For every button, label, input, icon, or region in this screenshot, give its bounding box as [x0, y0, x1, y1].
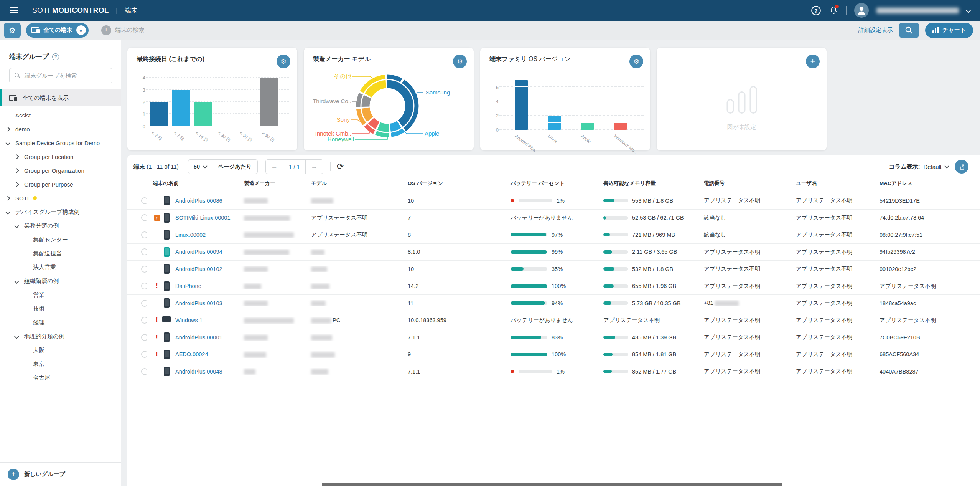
all-devices-filter-chip[interactable]: 全ての端末 « [26, 23, 89, 38]
tree-item-経理[interactable]: 経理 [0, 316, 121, 329]
page-size-select[interactable]: 50 [188, 160, 212, 174]
user-avatar[interactable] [854, 3, 869, 18]
down-chevron-icon[interactable] [5, 210, 10, 215]
row-checkbox[interactable] [141, 197, 147, 204]
bar-Linux[interactable] [548, 116, 561, 130]
down-chevron-icon[interactable] [14, 223, 19, 228]
device-name-link[interactable]: AEDO.00024 [175, 351, 208, 357]
prev-page-button[interactable]: ← [266, 160, 283, 174]
column-header-OS バージョン[interactable]: OS バージョン [402, 180, 505, 187]
column-header-ユーザ名[interactable]: ユーザ名 [791, 180, 874, 187]
table-row[interactable]: AndroidPlus 000487.1.11%852 MB / 1.77 GB… [127, 363, 980, 380]
column-header-モデル[interactable]: モデル [306, 180, 402, 187]
device-name-link[interactable]: AndroidPlus 00094 [175, 249, 222, 255]
device-name-link[interactable]: AndroidPlus 00086 [175, 198, 222, 204]
tree-item-業務分類の例[interactable]: 業務分類の例 [0, 219, 121, 233]
card-settings-gear-icon[interactable]: ⚙ [629, 55, 643, 68]
column-header-端末の名前[interactable]: 端末の名前 [147, 180, 239, 187]
table-row[interactable]: AndroidPlus 001031194%5.73 GB / 10.35 GB… [127, 295, 980, 312]
group-search-input[interactable]: 端末グループを検索 [9, 68, 112, 83]
right-chevron-icon[interactable] [5, 127, 10, 132]
device-name-link[interactable]: Windows 1 [175, 317, 203, 323]
manufacturer-donut-chart[interactable]: SamsungAppleHoneywellInnotek Gmb..SonyTh… [304, 48, 474, 150]
row-checkbox[interactable] [141, 266, 147, 273]
right-chevron-icon[interactable] [14, 182, 19, 187]
tree-item-Group per Location[interactable]: Group per Location [0, 150, 121, 164]
table-row[interactable]: ↑SOTIMiki-Linux.00001アプリステータス不明7バッテリーがあり… [127, 210, 980, 227]
notifications-bell-icon[interactable] [829, 6, 838, 15]
tree-item-名古屋[interactable]: 名古屋 [0, 371, 121, 385]
table-row[interactable]: !Da iPhone14.2100%655 MB / 1.96 GBアプリステー… [127, 278, 980, 295]
right-chevron-icon[interactable] [14, 168, 19, 173]
tree-item-地理的分類の例[interactable]: 地理的分類の例 [0, 329, 121, 343]
row-checkbox[interactable] [141, 368, 147, 375]
export-icon[interactable] [955, 160, 968, 174]
down-chevron-icon[interactable] [5, 141, 10, 145]
row-checkbox[interactable] [141, 283, 147, 289]
horizontal-scrollbar[interactable] [322, 483, 782, 486]
filter-chip-collapse-icon[interactable]: « [76, 25, 86, 35]
tree-item-集配センター[interactable]: 集配センター [0, 233, 121, 246]
column-header-製造メーカー[interactable]: 製造メーカー [239, 180, 306, 187]
column-header-MACアドレス[interactable]: MACアドレス [874, 180, 980, 187]
bar-< 2 日[interactable] [150, 102, 168, 127]
row-checkbox[interactable] [141, 214, 147, 221]
add-group-plus-icon[interactable]: + [8, 469, 19, 480]
tree-item-技術[interactable]: 技術 [0, 302, 121, 316]
down-chevron-icon[interactable] [14, 334, 19, 339]
column-header-電話番号[interactable]: 電話番号 [698, 180, 791, 187]
bar-Android Plus[interactable] [515, 80, 528, 130]
table-row[interactable]: !AndroidPlus 000017.1.183%435 MB / 1.39 … [127, 329, 980, 346]
tree-item-Assist[interactable]: Assist [0, 108, 121, 122]
table-row[interactable]: AndroidPlus 000948.1.099%2.11 GB / 3.65 … [127, 244, 980, 261]
table-row[interactable]: Linux.00002アプリステータス不明897%721 MB / 969 MB… [127, 226, 980, 244]
help-icon[interactable]: ? [811, 5, 821, 16]
device-name-link[interactable]: Linux.00002 [175, 232, 206, 238]
tree-item-SOTI[interactable]: SOTI [0, 191, 121, 205]
search-button[interactable] [899, 23, 919, 38]
tree-item-Sample Device Groups for Demo[interactable]: Sample Device Groups for Demo [0, 136, 121, 150]
row-checkbox[interactable] [141, 317, 147, 324]
column-header-書込可能なメモリ容量[interactable]: 書込可能なメモリ容量 [598, 180, 698, 187]
next-page-button[interactable]: → [306, 160, 323, 174]
table-row[interactable]: !AEDO.000249100%854 MB / 1.81 GBアプリステータス… [127, 346, 980, 364]
tree-item-デバイスグループ構成例[interactable]: デバイスグループ構成例 [0, 205, 121, 219]
device-name-link[interactable]: SOTIMiki-Linux.00001 [175, 215, 230, 221]
table-row[interactable]: AndroidPlus 001021035%532 MB / 1.8 GBアプリ… [127, 261, 980, 278]
sidebar-item-all-devices[interactable]: 全ての端末を表示 [0, 89, 121, 106]
tree-item-Group per Organization[interactable]: Group per Organization [0, 164, 121, 177]
device-name-link[interactable]: AndroidPlus 00103 [175, 300, 222, 306]
tree-item-組織階層の例[interactable]: 組織階層の例 [0, 274, 121, 288]
device-name-link[interactable]: AndroidPlus 00102 [175, 266, 222, 272]
device-name-link[interactable]: AndroidPlus 00048 [175, 369, 222, 375]
add-search-criteria-icon[interactable]: + [101, 25, 111, 35]
row-checkbox[interactable] [141, 231, 147, 238]
table-row[interactable]: !Windows 1 PC10.0.18363.959バッテリーがありませんアプ… [127, 312, 980, 329]
bar-< 7 日[interactable] [172, 90, 190, 126]
row-checkbox[interactable] [141, 351, 147, 358]
bar-Apple[interactable] [581, 123, 594, 130]
refresh-icon[interactable]: ⟳ [337, 162, 344, 171]
add-chart-plus-icon[interactable]: + [806, 55, 820, 68]
sidebar-help-icon[interactable]: ? [52, 53, 59, 60]
new-group-button[interactable]: 新しいグループ [24, 471, 65, 478]
tree-item-東京[interactable]: 東京 [0, 357, 121, 371]
down-chevron-icon[interactable] [14, 279, 19, 284]
device-search-input[interactable]: 端末の検索 [115, 26, 144, 34]
row-checkbox[interactable] [141, 248, 147, 255]
column-header-バッテリー パーセント[interactable]: バッテリー パーセント [505, 180, 598, 187]
tree-item-集配送担当[interactable]: 集配送担当 [0, 246, 121, 260]
tree-item-大阪[interactable]: 大阪 [0, 343, 121, 357]
right-chevron-icon[interactable] [5, 196, 10, 201]
bar-> 90 日[interactable] [260, 78, 278, 126]
device-name-link[interactable]: AndroidPlus 00001 [175, 334, 222, 341]
column-view-select[interactable]: コラム表示:Default [889, 163, 949, 170]
chart-view-button[interactable]: チャート [925, 23, 973, 38]
hamburger-menu-icon[interactable] [10, 7, 18, 13]
user-menu-chevron-down-icon[interactable] [966, 8, 971, 13]
device-name-link[interactable]: Da iPhone [175, 283, 201, 289]
tree-item-法人営業[interactable]: 法人営業 [0, 260, 121, 274]
tree-item-営業[interactable]: 営業 [0, 288, 121, 302]
bar-Windows Mo..[interactable] [614, 123, 627, 130]
right-chevron-icon[interactable] [14, 154, 19, 159]
